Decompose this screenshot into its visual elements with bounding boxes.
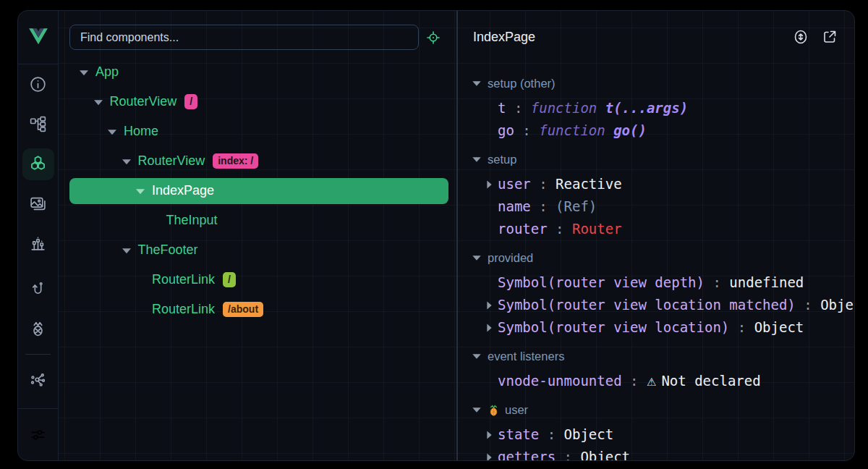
tree-node-routerlink-7[interactable]: RouterLink/: [59, 265, 456, 295]
open-in-editor-button[interactable]: [821, 28, 838, 46]
caret-right-icon[interactable]: [487, 431, 491, 439]
tree-node-app-0[interactable]: App: [59, 57, 456, 87]
sidebar-item-settings[interactable]: [18, 408, 58, 460]
component-name: IndexPage: [152, 183, 214, 198]
tree-node-home-2[interactable]: Home: [59, 117, 456, 146]
prop-key: go: [498, 122, 514, 138]
caret-down-icon[interactable]: [122, 248, 131, 253]
prop-row-symbol-router-view-location-matched[interactable]: Symbol(router view location matched) : O…: [472, 294, 854, 316]
prop-row-state[interactable]: state : Object: [472, 423, 854, 446]
prop-key: name: [498, 198, 531, 214]
caret-down-icon: [472, 81, 480, 86]
sidebar-item-pinia[interactable]: [18, 309, 58, 349]
route-badge: /about: [223, 302, 263, 317]
timeline-icon: [29, 234, 47, 253]
sidebar-item-assets[interactable]: [18, 184, 58, 224]
colon-separator: :: [531, 198, 556, 214]
route-badge: index: /: [213, 153, 258, 169]
route-badge: /: [184, 94, 197, 109]
component-name: RouterLink: [152, 272, 215, 287]
caret-down-icon[interactable]: [136, 189, 145, 194]
sidebar: [18, 11, 59, 460]
caret-down-icon[interactable]: [80, 70, 88, 75]
sidebar-item-timeline[interactable]: [18, 224, 58, 263]
colon-separator: :: [539, 426, 563, 442]
prop-row-vnode-unmounted[interactable]: vnode-unmounted : ⚠Not declared: [472, 370, 854, 392]
sidebar-item-components[interactable]: [18, 144, 58, 184]
section-provided[interactable]: provided: [472, 245, 854, 271]
colon-separator: :: [506, 100, 530, 116]
pages-tree-icon: [29, 115, 47, 133]
section-event-listeners[interactable]: event listeners: [472, 343, 854, 370]
caret-right-icon[interactable]: [487, 180, 491, 188]
section-label: event listeners: [488, 350, 564, 363]
section-label: user: [505, 403, 528, 417]
tree-node-routerlink-8[interactable]: RouterLink/about: [59, 295, 456, 324]
colon-separator: :: [548, 221, 572, 237]
sidebar-item-pages[interactable]: [18, 104, 58, 144]
caret-right-icon[interactable]: [487, 453, 491, 460]
prop-row-t[interactable]: t : function t(...args): [472, 97, 854, 119]
prop-row-symbol-router-view-depth[interactable]: Symbol(router view depth) : undefined: [472, 271, 854, 294]
caret-down-icon[interactable]: [122, 159, 131, 164]
sidebar-divider: [25, 354, 51, 355]
component-name: Home: [124, 124, 158, 139]
inspector-header: IndexPage: [460, 11, 854, 63]
caret-down-icon[interactable]: [108, 130, 116, 135]
prop-value: Not declared: [661, 373, 760, 389]
function-signature: t(...args): [605, 100, 688, 116]
vue-devtools-window: AppRouterView/HomeRouterViewindex: /Inde…: [17, 10, 855, 461]
components-hexagons-icon: [29, 155, 47, 173]
warning-icon: ⚠: [647, 376, 656, 389]
section-setup[interactable]: setup: [472, 146, 854, 173]
colon-separator: :: [796, 297, 820, 313]
section-setup-other[interactable]: setup (other): [472, 70, 854, 97]
inspect-component-button[interactable]: [424, 28, 443, 47]
tree-node-routerview-3[interactable]: RouterViewindex: /: [59, 146, 456, 176]
pineapple-icon: [488, 404, 500, 416]
prop-key: t: [498, 100, 506, 116]
scroll-to-component-button[interactable]: [792, 28, 809, 46]
section-label: provided: [488, 251, 533, 265]
colon-separator: :: [531, 176, 556, 192]
caret-down-icon[interactable]: [94, 100, 103, 105]
colon-separator: :: [729, 319, 754, 335]
prop-row-go[interactable]: go : function go(): [472, 119, 854, 142]
section-user[interactable]: user: [472, 397, 854, 423]
tree-node-theinput-5[interactable]: TheInput: [59, 206, 456, 235]
tree-node-thefooter-6[interactable]: TheFooter: [59, 235, 456, 265]
graph-icon: [29, 371, 47, 389]
inspector-title: IndexPage: [473, 30, 535, 45]
prop-row-router[interactable]: router : Router: [472, 218, 854, 240]
caret-right-icon[interactable]: [487, 301, 491, 309]
prop-row-symbol-router-view-location[interactable]: Symbol(router view location) : Object: [472, 316, 854, 339]
settings-sliders-icon: [29, 426, 47, 444]
function-keyword: function: [539, 122, 613, 138]
caret-down-icon: [472, 157, 480, 162]
prop-key: Symbol(router view location matched): [498, 297, 796, 313]
function-signature: go(): [613, 122, 647, 138]
sidebar-item-router[interactable]: [18, 269, 58, 309]
prop-row-getters[interactable]: getters : Object: [472, 446, 854, 460]
inspector-panel: IndexPage setup (other)t : function t(..…: [460, 11, 854, 460]
selected-row-background: [69, 178, 448, 204]
sidebar-item-overview[interactable]: [18, 64, 58, 104]
caret-down-icon: [472, 255, 480, 261]
prop-value: Object: [754, 319, 804, 335]
caret-right-icon[interactable]: [487, 324, 491, 331]
prop-key: getters: [498, 449, 556, 460]
assets-images-icon: [29, 195, 47, 213]
prop-key: Symbol(router view location): [498, 319, 729, 335]
search-input[interactable]: [69, 25, 419, 50]
tree-node-routerview-1[interactable]: RouterView/: [59, 87, 456, 117]
tree-node-indexpage-4[interactable]: IndexPage: [59, 176, 456, 206]
prop-key: state: [498, 426, 539, 442]
colon-separator: :: [556, 449, 580, 460]
sidebar-item-graph[interactable]: [18, 360, 58, 400]
caret-down-icon: [472, 407, 480, 413]
panel-resize-handle[interactable]: [456, 11, 458, 460]
prop-row-user[interactable]: user : Reactive: [472, 173, 854, 195]
prop-type-annotation: (Ref): [556, 198, 597, 214]
prop-value: Reactive: [556, 176, 622, 192]
prop-row-name[interactable]: name : (Ref): [472, 195, 854, 218]
